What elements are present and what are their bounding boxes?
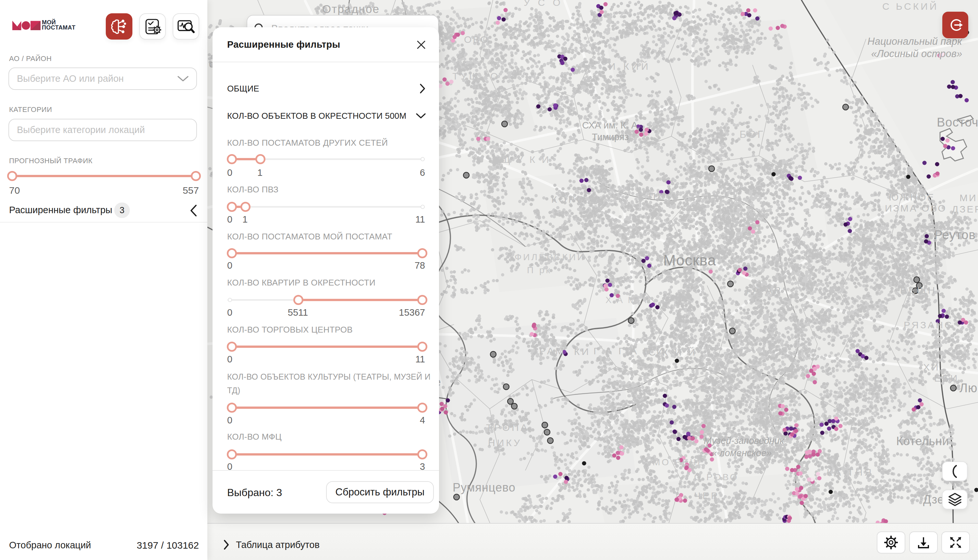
- svg-text:ТУШ: ТУШ: [452, 71, 480, 82]
- svg-text:Реутов: Реутов: [934, 228, 976, 242]
- svg-text:МИК: МИК: [960, 192, 978, 203]
- svg-text:П рк: П рк: [527, 265, 551, 275]
- svg-text:У С О: У С О: [524, 0, 563, 8]
- svg-text:ОВО: ОВО: [464, 34, 489, 45]
- svg-text:ДЗЕР: ДЗЕР: [952, 204, 978, 215]
- svg-text:Лю: Лю: [960, 381, 977, 395]
- svg-text:Румянцево: Румянцево: [453, 481, 516, 494]
- svg-text:МО РЕЧЕ: МО РЕЧЕ: [653, 457, 705, 467]
- svg-text:ЧЕР: ЧЕР: [694, 490, 720, 501]
- svg-text:ВЕШН: ВЕШН: [900, 285, 937, 295]
- svg-text:ЕБИ: ЕБИ: [934, 373, 959, 383]
- svg-text:ФИЛЁВСКИЙ: ФИЛЁВСКИЙ: [515, 252, 585, 262]
- svg-text:РАМ: РАМ: [539, 345, 566, 356]
- svg-text:«Лосиный остров»: «Лосиный остров»: [871, 48, 962, 59]
- svg-text:ГА АР: ГА АР: [746, 285, 783, 295]
- svg-text:ПЕ: ПЕ: [649, 191, 666, 202]
- svg-text:С К И Й: С К И Й: [649, 347, 697, 358]
- svg-text:КА ТНЯ: КА ТНЯ: [827, 467, 873, 478]
- svg-text:БОГ: БОГ: [740, 128, 765, 140]
- svg-text:СХА им. К. А.: СХА им. К. А.: [582, 120, 640, 130]
- svg-text:О: О: [490, 71, 500, 82]
- svg-text:НИКУ: НИКУ: [488, 437, 522, 448]
- svg-text:КИ: КИ: [574, 346, 591, 357]
- svg-text:С ЬСКИЙ: С ЬСКИЙ: [882, 1, 938, 12]
- svg-text:ИЗМА ОВО: ИЗМА ОВО: [885, 203, 947, 213]
- svg-text:« ломенское»: « ломенское»: [711, 448, 771, 458]
- svg-text:Музей-заповедник: Музей-заповедник: [704, 435, 785, 446]
- svg-text:Х А М: Х А М: [605, 295, 636, 305]
- svg-text:КОРО: КОРО: [551, 194, 586, 205]
- svg-text:Тимиряз: Тимиряз: [592, 132, 629, 142]
- svg-text:Отрадное: Отрадное: [322, 3, 380, 15]
- svg-text:В Н: В Н: [633, 295, 652, 305]
- svg-text:ХИ: ХИ: [923, 362, 940, 372]
- svg-text:ТРОПА: ТРОПА: [486, 422, 529, 433]
- svg-text:С РОВО: С РОВО: [694, 472, 738, 482]
- svg-text:РЯЗАНС: РЯЗАНС: [904, 320, 953, 330]
- svg-text:Щ У К И: Щ У К И: [501, 154, 551, 165]
- svg-text:И КИЙ: И КИЙ: [608, 61, 651, 72]
- svg-text:Москва: Москва: [663, 252, 716, 268]
- svg-text:ЮЖНОЕ: ЮЖНОЕ: [889, 192, 935, 202]
- svg-text:Котельни: Котельни: [896, 435, 949, 448]
- svg-text:Восточный: Восточный: [937, 115, 978, 129]
